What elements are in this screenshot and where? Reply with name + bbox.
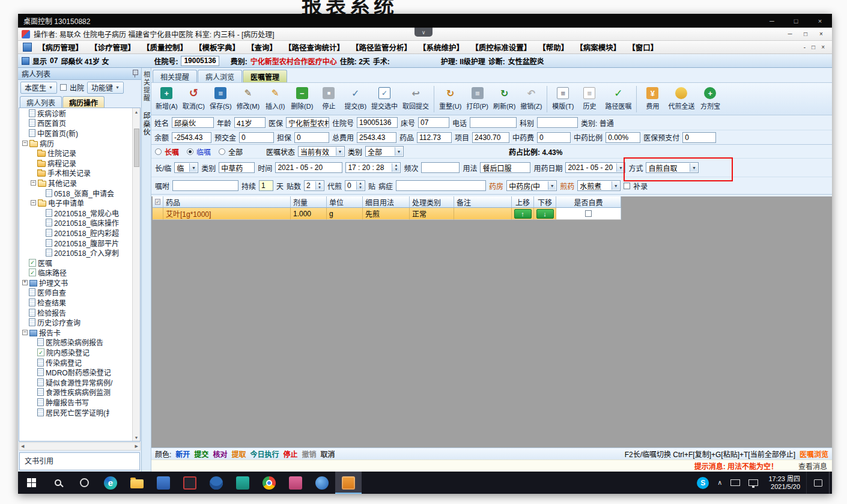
- move-up-button[interactable]: [514, 209, 532, 219]
- tree-item-nosocomial-register[interactable]: 院内感染登记: [19, 347, 140, 357]
- tree-item-nursing-docs[interactable]: 护理文书: [19, 278, 140, 288]
- note-cell[interactable]: [454, 208, 512, 220]
- col-unit[interactable]: 单位: [327, 196, 363, 208]
- pin-icon[interactable]: [132, 70, 138, 77]
- mdi-close-button[interactable]: ×: [821, 44, 825, 50]
- tree-item-tcm-frontpage[interactable]: 中医首页(新): [19, 128, 140, 138]
- decoct-delivery-button[interactable]: 代煎全送: [666, 84, 697, 114]
- input-indicator-icon[interactable]: [730, 479, 740, 486]
- name-field[interactable]: 邱燊伙: [172, 117, 214, 128]
- path-orders-button[interactable]: 路径医嘱: [603, 84, 634, 114]
- remote-control-chevron-icon[interactable]: ∨: [414, 28, 433, 37]
- mdi-minimize-button[interactable]: -: [804, 44, 806, 50]
- tree-item-infectious-register[interactable]: 传染病登记: [19, 357, 140, 368]
- show-desktop-button[interactable]: [829, 472, 832, 494]
- history-button[interactable]: 历史: [576, 84, 603, 114]
- tree-item-e-apply-folder[interactable]: 电子申请单: [19, 198, 140, 208]
- decoct-method-select[interactable]: 水煎煮: [577, 180, 621, 191]
- recall-submit-button[interactable]: 取回提交: [400, 84, 431, 114]
- method-select[interactable]: 自煎自取: [646, 162, 699, 173]
- add-button[interactable]: 新增(A): [153, 84, 180, 114]
- col-process-type[interactable]: 处理类别: [410, 196, 454, 208]
- expand-icon[interactable]: [22, 280, 28, 285]
- app-restore-button[interactable]: □: [798, 29, 813, 39]
- phone-field[interactable]: [470, 117, 517, 128]
- scroll-left-icon[interactable]: ◀: [21, 444, 24, 449]
- tree-item-orders[interactable]: 医嘱: [19, 258, 140, 268]
- fee-button[interactable]: 费用: [639, 84, 666, 114]
- order-category-select[interactable]: 全部: [365, 146, 404, 157]
- scroll-thumb[interactable]: [134, 129, 139, 167]
- move-down-button[interactable]: [536, 209, 554, 219]
- tree-item-apply-abdomen-xray[interactable]: 20210518_腹部平片: [19, 238, 140, 248]
- menu-help[interactable]: 【帮助】: [535, 41, 572, 53]
- select-all-header[interactable]: [153, 196, 163, 208]
- vertical-tab-related-reminder[interactable]: 相关提醒: [142, 71, 151, 102]
- tab-patient-browse[interactable]: 病人浏览: [198, 70, 242, 82]
- menu-record-mgmt[interactable]: 【病历管理】: [34, 41, 87, 53]
- collapse-icon[interactable]: [22, 330, 28, 335]
- vertical-tab-patient-name[interactable]: 邱燊伙: [141, 112, 151, 137]
- long-order-radio[interactable]: [155, 148, 162, 155]
- print-button[interactable]: 打印(P): [464, 84, 491, 114]
- app-close-button[interactable]: ×: [814, 29, 828, 39]
- template-button[interactable]: 模版(T): [550, 84, 576, 114]
- maximize-button[interactable]: □: [784, 14, 808, 28]
- tab-order-management[interactable]: 医嘱管理: [243, 70, 287, 82]
- symptom-field[interactable]: [396, 180, 486, 191]
- skype-tray-icon[interactable]: [697, 477, 709, 489]
- tree-item-report-cards[interactable]: 报告卡: [19, 327, 140, 338]
- formula-treasure-button[interactable]: 方剂宝: [697, 84, 723, 114]
- taskbar-clock[interactable]: 17:23 周四 2021/5/20: [762, 475, 806, 491]
- self-pay-checkbox[interactable]: [585, 210, 592, 217]
- col-note[interactable]: 备注: [454, 196, 512, 208]
- close-button[interactable]: ×: [808, 14, 832, 28]
- department-field[interactable]: [537, 117, 578, 128]
- scroll-down-icon[interactable]: ▼: [135, 434, 139, 441]
- pinned-app-5[interactable]: [282, 472, 309, 494]
- edge-button[interactable]: [97, 472, 124, 494]
- menu-quality-control[interactable]: 【质量控制】: [139, 41, 191, 53]
- cortana-button[interactable]: [71, 472, 97, 494]
- scroll-up-icon[interactable]: ▲: [135, 108, 139, 115]
- menu-path-monitor[interactable]: 【路径监管分析】: [348, 41, 415, 53]
- order-time-spinner[interactable]: 17 : 20 : 28: [345, 162, 401, 173]
- pinned-app-4[interactable]: [229, 472, 256, 494]
- detail-usage-cell[interactable]: 先煎: [363, 208, 410, 220]
- age-field[interactable]: 41岁: [234, 117, 266, 128]
- tree-item-infection-report[interactable]: 医院感染病例报告: [19, 338, 140, 348]
- minimize-button[interactable]: ─: [760, 14, 784, 28]
- total-fee-field[interactable]: 2543.43: [357, 132, 396, 143]
- tab-related-reminder[interactable]: 相关提醒: [153, 70, 197, 82]
- tcm-ratio-field[interactable]: 0.00%: [606, 132, 640, 143]
- tree-item-mdro-register[interactable]: MDRO耐药感染登记: [19, 367, 140, 377]
- document-reference-panel[interactable]: 文书引用: [19, 452, 140, 470]
- menu-qc-standard[interactable]: 【质控标准设置】: [467, 41, 535, 53]
- long-temp-select[interactable]: 临: [174, 162, 198, 173]
- active-remote-app-button[interactable]: [335, 472, 362, 494]
- tab-patient-list[interactable]: 病人列表: [20, 96, 62, 108]
- function-keys-dropdown[interactable]: 功能键: [87, 82, 124, 94]
- view-message-link[interactable]: 查看消息: [798, 461, 827, 471]
- tree-item-other-records[interactable]: 其他记录: [19, 178, 140, 188]
- order-status-select[interactable]: 当前有效: [298, 146, 345, 157]
- collapse-icon[interactable]: [22, 141, 28, 146]
- cancel-button[interactable]: 取消(C): [180, 84, 207, 114]
- pharmacy-select[interactable]: 中药房(中: [506, 180, 557, 191]
- duration-field[interactable]: 1: [259, 180, 273, 191]
- tree-item-apply-0518[interactable]: 0518_张裔_申请会: [19, 188, 140, 198]
- tree-item-foodborne-monitor[interactable]: 食源性疾病病例监测: [19, 387, 140, 398]
- order-table-row[interactable]: 艾叶[1g*1000] 1.000 g 先煎 正常: [153, 208, 621, 220]
- modify-button[interactable]: 修改(M): [234, 84, 263, 114]
- menu-query[interactable]: 【查询】: [243, 41, 281, 53]
- tree-item-clinical-path[interactable]: 临床路径: [19, 268, 140, 278]
- menu-diagnosis-mgmt[interactable]: 【诊疗管理】: [87, 41, 139, 53]
- drug-cell[interactable]: 艾叶[1g*1000]: [163, 208, 291, 220]
- tree-horizontal-scrollbar[interactable]: ◀▶: [19, 442, 141, 451]
- taskbar-search-button[interactable]: [44, 472, 71, 494]
- order-browse-tab[interactable]: 医嘱浏览: [800, 449, 828, 459]
- chrome-button[interactable]: [256, 472, 282, 494]
- file-explorer-button[interactable]: [124, 472, 150, 494]
- doctor-filter-dropdown[interactable]: 本医生: [20, 82, 57, 94]
- all-order-radio[interactable]: [219, 148, 225, 155]
